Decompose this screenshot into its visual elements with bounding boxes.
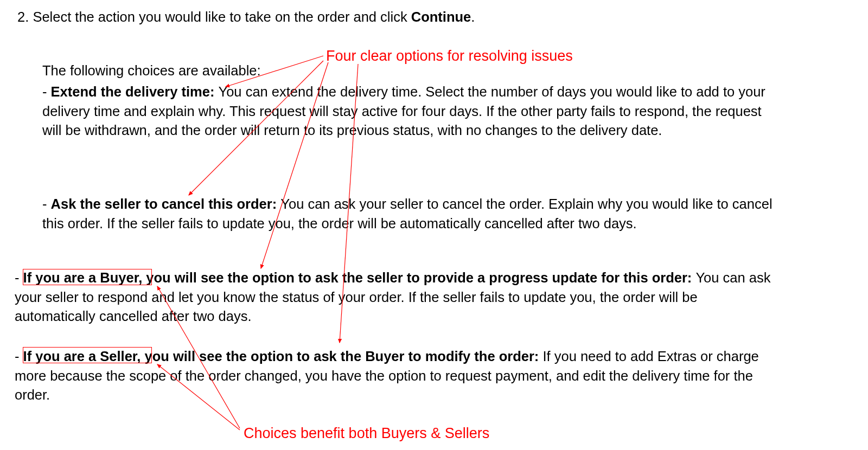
dash: -: [15, 349, 23, 364]
annotation-benefit-both: Choices benefit both Buyers & Sellers: [244, 423, 489, 444]
highlight-box-buyer: [23, 269, 152, 285]
step-intro-c: .: [471, 9, 475, 24]
document-page: 2. Select the action you would like to t…: [0, 0, 868, 450]
option-cancel-order: - Ask the seller to cancel this order: Y…: [42, 195, 775, 233]
dash: -: [15, 270, 23, 285]
highlight-box-seller: [23, 347, 152, 363]
step-intro-a: Select the action you would like to take…: [33, 9, 411, 24]
step-line: 2. Select the action you would like to t…: [17, 8, 799, 27]
annotation-four-options: Four clear options for resolving issues: [326, 46, 573, 67]
continue-word: Continue: [411, 9, 471, 24]
dash: -: [42, 84, 51, 99]
option-extend-delivery: - Extend the delivery time: You can exte…: [42, 82, 775, 140]
option-label: Extend the delivery time:: [51, 84, 219, 99]
dash: -: [42, 196, 51, 211]
step-number: 2.: [17, 9, 29, 24]
option-label: Ask the seller to cancel this order:: [51, 196, 281, 211]
